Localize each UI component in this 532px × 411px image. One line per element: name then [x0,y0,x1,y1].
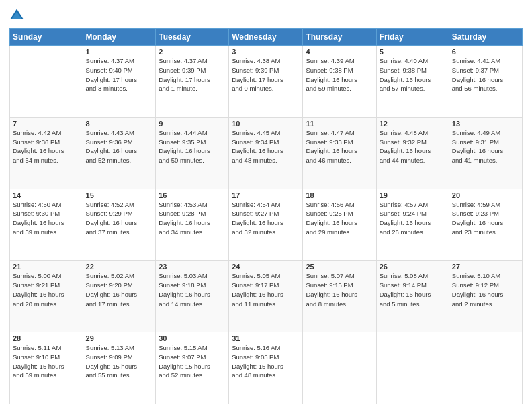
calendar-cell: 3Sunrise: 4:38 AMSunset: 9:39 PMDaylight… [229,46,303,118]
day-number: 9 [159,120,226,128]
calendar-cell: 11Sunrise: 4:47 AMSunset: 9:33 PMDayligh… [303,117,376,189]
day-header-sunday: Sunday [10,29,83,46]
day-number: 13 [452,120,519,128]
cell-content: Sunrise: 5:08 AMSunset: 9:14 PMDaylight:… [380,271,446,308]
day-header-saturday: Saturday [449,29,522,46]
calendar-header: SundayMondayTuesdayWednesdayThursdayFrid… [10,29,523,46]
day-number: 25 [306,263,373,271]
cell-content: Sunrise: 4:38 AMSunset: 9:39 PMDaylight:… [232,56,300,93]
calendar-cell: 30Sunrise: 5:15 AMSunset: 9:07 PMDayligh… [156,332,229,404]
day-number: 29 [86,334,153,342]
day-number: 17 [232,191,300,199]
cell-content: Sunrise: 4:56 AMSunset: 9:25 PMDaylight:… [306,200,373,237]
calendar-cell: 22Sunrise: 5:02 AMSunset: 9:20 PMDayligh… [83,261,156,332]
day-number: 15 [86,191,153,199]
day-number: 19 [380,191,446,199]
calendar-cell: 6Sunrise: 4:41 AMSunset: 9:37 PMDaylight… [449,46,522,118]
page-container: SundayMondayTuesdayWednesdayThursdayFrid… [0,0,532,411]
calendar-cell: 13Sunrise: 4:49 AMSunset: 9:31 PMDayligh… [449,117,522,189]
day-number: 7 [13,120,80,128]
cell-content: Sunrise: 5:11 AMSunset: 9:10 PMDaylight:… [13,343,80,380]
cell-content: Sunrise: 5:02 AMSunset: 9:20 PMDaylight:… [86,271,153,308]
calendar-cell: 8Sunrise: 4:43 AMSunset: 9:36 PMDaylight… [83,117,156,189]
calendar-cell: 16Sunrise: 4:53 AMSunset: 9:28 PMDayligh… [156,189,229,261]
day-number: 18 [306,191,373,199]
calendar-cell: 26Sunrise: 5:08 AMSunset: 9:14 PMDayligh… [376,261,449,332]
calendar-cell: 2Sunrise: 4:37 AMSunset: 9:39 PMDaylight… [156,46,229,118]
day-number: 12 [380,120,446,128]
week-row-3: 14Sunrise: 4:50 AMSunset: 9:30 PMDayligh… [10,189,523,261]
day-number: 10 [232,120,300,128]
cell-content: Sunrise: 4:43 AMSunset: 9:36 PMDaylight:… [86,128,153,165]
cell-content: Sunrise: 5:07 AMSunset: 9:15 PMDaylight:… [306,271,373,308]
calendar-cell [10,46,83,118]
calendar-cell: 5Sunrise: 4:40 AMSunset: 9:38 PMDaylight… [376,46,449,118]
calendar-cell: 4Sunrise: 4:39 AMSunset: 9:38 PMDaylight… [303,46,376,118]
day-number: 24 [232,263,300,271]
cell-content: Sunrise: 5:03 AMSunset: 9:18 PMDaylight:… [159,271,226,308]
cell-content: Sunrise: 4:48 AMSunset: 9:32 PMDaylight:… [380,128,446,165]
day-number: 5 [380,48,446,56]
day-number: 22 [86,263,153,271]
calendar-cell: 7Sunrise: 4:42 AMSunset: 9:36 PMDaylight… [10,117,83,189]
calendar-cell: 18Sunrise: 4:56 AMSunset: 9:25 PMDayligh… [303,189,376,261]
cell-content: Sunrise: 5:05 AMSunset: 9:17 PMDaylight:… [232,271,300,308]
day-number: 4 [306,48,373,56]
day-number: 23 [159,263,226,271]
cell-content: Sunrise: 4:52 AMSunset: 9:29 PMDaylight:… [86,200,153,237]
day-header-tuesday: Tuesday [156,29,229,46]
day-number: 21 [13,263,80,271]
calendar-body: 1Sunrise: 4:37 AMSunset: 9:40 PMDaylight… [10,46,523,404]
cell-content: Sunrise: 5:13 AMSunset: 9:09 PMDaylight:… [86,343,153,380]
cell-content: Sunrise: 4:57 AMSunset: 9:24 PMDaylight:… [380,200,446,237]
calendar-cell: 15Sunrise: 4:52 AMSunset: 9:29 PMDayligh… [83,189,156,261]
week-row-4: 21Sunrise: 5:00 AMSunset: 9:21 PMDayligh… [10,261,523,332]
cell-content: Sunrise: 4:37 AMSunset: 9:39 PMDaylight:… [159,56,226,93]
day-number: 2 [159,48,226,56]
day-number: 11 [306,120,373,128]
calendar-cell: 9Sunrise: 4:44 AMSunset: 9:35 PMDaylight… [156,117,229,189]
day-number: 1 [86,48,153,56]
calendar-cell: 14Sunrise: 4:50 AMSunset: 9:30 PMDayligh… [10,189,83,261]
cell-content: Sunrise: 5:10 AMSunset: 9:12 PMDaylight:… [452,271,519,308]
calendar-cell: 31Sunrise: 5:16 AMSunset: 9:05 PMDayligh… [229,332,303,404]
cell-content: Sunrise: 4:39 AMSunset: 9:38 PMDaylight:… [306,56,373,93]
cell-content: Sunrise: 4:45 AMSunset: 9:34 PMDaylight:… [232,128,300,165]
cell-content: Sunrise: 5:00 AMSunset: 9:21 PMDaylight:… [13,271,80,308]
day-number: 31 [232,334,300,342]
cell-content: Sunrise: 4:42 AMSunset: 9:36 PMDaylight:… [13,128,80,165]
cell-content: Sunrise: 4:54 AMSunset: 9:27 PMDaylight:… [232,200,300,237]
day-number: 8 [86,120,153,128]
cell-content: Sunrise: 4:53 AMSunset: 9:28 PMDaylight:… [159,200,226,237]
day-number: 20 [452,191,519,199]
day-header-monday: Monday [83,29,156,46]
day-header-friday: Friday [376,29,449,46]
cell-content: Sunrise: 4:59 AMSunset: 9:23 PMDaylight:… [452,200,519,237]
calendar-cell: 23Sunrise: 5:03 AMSunset: 9:18 PMDayligh… [156,261,229,332]
cell-content: Sunrise: 4:50 AMSunset: 9:30 PMDaylight:… [13,200,80,237]
day-number: 3 [232,48,300,56]
calendar-cell: 21Sunrise: 5:00 AMSunset: 9:21 PMDayligh… [10,261,83,332]
cell-content: Sunrise: 4:47 AMSunset: 9:33 PMDaylight:… [306,128,373,165]
day-header-thursday: Thursday [303,29,376,46]
calendar-cell: 17Sunrise: 4:54 AMSunset: 9:27 PMDayligh… [229,189,303,261]
calendar-cell: 20Sunrise: 4:59 AMSunset: 9:23 PMDayligh… [449,189,522,261]
cell-content: Sunrise: 4:44 AMSunset: 9:35 PMDaylight:… [159,128,226,165]
day-number: 14 [13,191,80,199]
calendar-cell: 19Sunrise: 4:57 AMSunset: 9:24 PMDayligh… [376,189,449,261]
calendar-cell: 1Sunrise: 4:37 AMSunset: 9:40 PMDaylight… [83,46,156,118]
day-number: 27 [452,263,519,271]
logo-icon [9,8,24,23]
calendar-cell: 24Sunrise: 5:05 AMSunset: 9:17 PMDayligh… [229,261,303,332]
week-row-5: 28Sunrise: 5:11 AMSunset: 9:10 PMDayligh… [10,332,523,404]
calendar-cell [449,332,522,404]
page-header [9,7,523,23]
cell-content: Sunrise: 5:16 AMSunset: 9:05 PMDaylight:… [232,343,300,380]
cell-content: Sunrise: 4:41 AMSunset: 9:37 PMDaylight:… [452,56,519,93]
day-number: 26 [380,263,446,271]
days-of-week-row: SundayMondayTuesdayWednesdayThursdayFrid… [10,29,523,46]
cell-content: Sunrise: 4:49 AMSunset: 9:31 PMDaylight:… [452,128,519,165]
calendar-cell: 27Sunrise: 5:10 AMSunset: 9:12 PMDayligh… [449,261,522,332]
cell-content: Sunrise: 5:15 AMSunset: 9:07 PMDaylight:… [159,343,226,380]
calendar-cell: 28Sunrise: 5:11 AMSunset: 9:10 PMDayligh… [10,332,83,404]
